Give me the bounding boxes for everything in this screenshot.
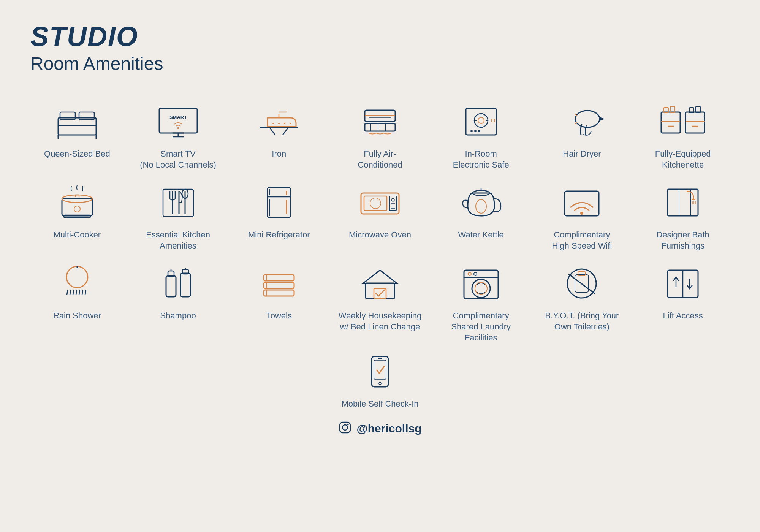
amenity-laundry: ComplimentaryShared LaundryFacilities — [434, 263, 528, 343]
microwave-label: Microwave Oven — [349, 230, 411, 241]
svg-rect-89 — [668, 189, 698, 216]
lift-label: Lift Access — [663, 310, 703, 321]
svg-line-105 — [85, 290, 86, 295]
smart-tv-icon: SMART — [152, 101, 205, 142]
kitchen-amenities-label: Essential KitchenAmenities — [146, 230, 210, 251]
rain-shower-icon — [51, 263, 104, 304]
mobile-checkin-label: Mobile Self Check-In — [342, 399, 419, 410]
svg-line-102 — [76, 290, 77, 295]
svg-rect-109 — [180, 273, 190, 297]
svg-point-30 — [478, 117, 484, 124]
iron-icon — [252, 101, 306, 142]
amenity-kettle: Water Kettle — [434, 182, 528, 251]
kitchenette-label: Fully-EquippedKitchenette — [655, 149, 711, 170]
amenity-bath-furnishings: Designer BathFurnishings — [636, 182, 730, 251]
mobile-checkin-icon — [353, 351, 407, 393]
amenity-towels: Towels — [232, 263, 326, 343]
byot-label: B.Y.O.T. (Bring YourOwn Toiletries) — [545, 310, 619, 332]
hairdryer-icon — [555, 101, 608, 142]
amenity-smart-tv: SMART Smart TV(No Local Channels) — [131, 101, 225, 170]
amenity-kitchenette: Fully-EquippedKitchenette — [636, 101, 730, 170]
svg-rect-2 — [79, 112, 94, 120]
svg-point-36 — [470, 130, 473, 132]
smart-tv-label: Smart TV(No Local Channels) — [140, 149, 216, 170]
footer: @hericollsg — [30, 421, 730, 437]
ac-icon — [353, 101, 407, 142]
instagram-handle: @hericollsg — [357, 422, 422, 435]
svg-rect-1 — [60, 112, 75, 120]
svg-line-99 — [67, 290, 68, 295]
ac-label: Fully Air-Conditioned — [358, 149, 402, 170]
bottom-center: Mobile Self Check-In — [30, 351, 730, 410]
multi-cooker-label: Multi-Cooker — [54, 230, 101, 241]
amenity-mini-fridge: Mini Refrigerator — [232, 182, 326, 251]
svg-line-130 — [568, 274, 595, 294]
amenity-multi-cooker: Multi-Cooker — [30, 182, 124, 251]
svg-point-141 — [342, 425, 348, 430]
svg-rect-114 — [264, 290, 294, 296]
bath-furnishings-icon — [656, 182, 709, 223]
amenity-iron: Iron — [232, 101, 326, 170]
bath-furnishings-label: Designer BathFurnishings — [656, 230, 709, 251]
svg-point-142 — [347, 424, 348, 425]
svg-point-19 — [284, 123, 285, 124]
safe-icon — [454, 101, 508, 142]
shampoo-icon — [152, 263, 205, 304]
svg-rect-24 — [365, 124, 395, 131]
svg-text:SMART: SMART — [169, 114, 187, 120]
svg-point-97 — [66, 266, 88, 288]
kettle-label: Water Kettle — [458, 230, 504, 241]
svg-point-17 — [272, 123, 274, 124]
svg-rect-68 — [163, 189, 193, 217]
svg-point-38 — [478, 130, 480, 132]
instagram-icon — [339, 421, 352, 437]
towels-icon — [252, 263, 306, 304]
amenity-safe: In-RoomElectronic Safe — [434, 101, 528, 170]
amenity-shampoo: Shampoo — [131, 263, 225, 343]
amenity-ac: Fully Air-Conditioned — [333, 101, 427, 170]
amenity-queen-bed: Queen-Sized Bed — [30, 101, 124, 170]
housekeeping-label: Weekly Housekeepingw/ Bed Linen Change — [339, 310, 422, 332]
svg-point-127 — [475, 282, 487, 294]
shampoo-label: Shampoo — [160, 310, 196, 321]
svg-point-79 — [391, 198, 394, 201]
svg-line-13 — [269, 127, 275, 135]
svg-rect-35 — [492, 119, 495, 122]
multi-cooker-icon — [51, 182, 104, 223]
svg-rect-43 — [661, 112, 680, 133]
amenity-byot: B.Y.O.T. (Bring YourOwn Toiletries) — [535, 263, 629, 343]
housekeeping-icon — [353, 263, 407, 304]
svg-point-138 — [379, 382, 381, 385]
kitchen-amenities-icon — [152, 182, 205, 223]
svg-rect-140 — [340, 422, 350, 433]
amenity-microwave: Microwave Oven — [333, 182, 427, 251]
svg-point-125 — [474, 272, 477, 276]
amenity-mobile-checkin: Mobile Self Check-In — [342, 351, 419, 410]
svg-line-104 — [82, 290, 83, 295]
svg-rect-0 — [58, 118, 96, 135]
svg-rect-106 — [166, 276, 176, 297]
svg-line-100 — [70, 290, 71, 295]
svg-rect-6 — [159, 108, 197, 133]
towels-label: Towels — [266, 310, 292, 321]
laundry-label: ComplimentaryShared LaundryFacilities — [451, 310, 511, 343]
mini-fridge-icon — [252, 182, 306, 223]
svg-point-8 — [177, 127, 179, 129]
mini-fridge-label: Mini Refrigerator — [248, 230, 310, 241]
svg-rect-21 — [365, 110, 395, 122]
byot-icon — [555, 263, 608, 304]
svg-point-124 — [468, 272, 471, 276]
amenity-wifi: ComplimentaryHigh Speed Wifi — [535, 182, 629, 251]
lift-icon — [656, 263, 709, 304]
wifi-icon — [555, 182, 608, 223]
queen-bed-icon — [51, 101, 104, 142]
kettle-icon — [454, 182, 508, 223]
svg-point-60 — [74, 206, 80, 212]
kitchenette-icon — [656, 101, 709, 142]
svg-rect-137 — [374, 360, 386, 379]
svg-point-20 — [290, 123, 291, 124]
amenity-kitchen-amenities: Essential KitchenAmenities — [131, 182, 225, 251]
page-header: STUDIO Room Amenities — [30, 23, 730, 74]
amenity-rain-shower: Rain Shower — [30, 263, 124, 343]
amenity-hairdryer: Hair Dryer — [535, 101, 629, 170]
